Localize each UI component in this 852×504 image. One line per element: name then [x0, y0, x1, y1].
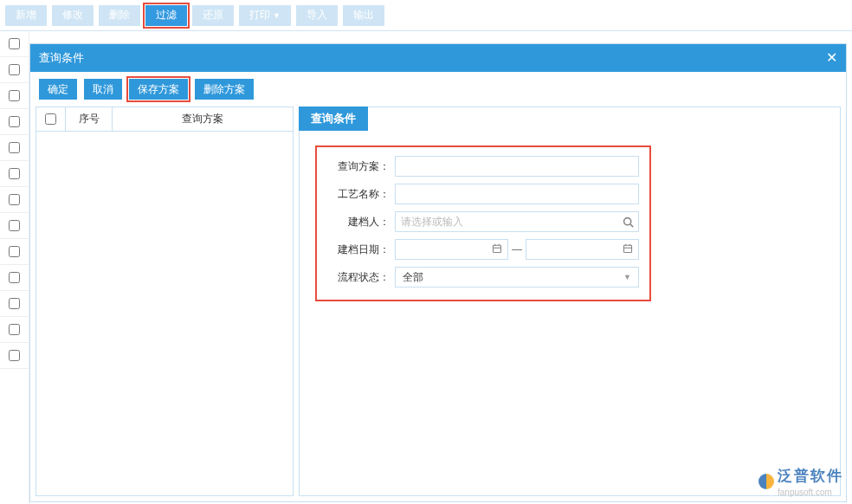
- calendar-icon: [492, 243, 502, 256]
- checkbox-row: [0, 213, 29, 239]
- checkbox-row: [0, 31, 29, 57]
- date-range: —: [395, 239, 639, 260]
- calendar-icon: [623, 243, 633, 256]
- createdate-label: 建档日期：: [327, 242, 390, 257]
- query-form-panel: 查询条件 查询方案： 工艺名称： 建档人：: [299, 107, 841, 496]
- checkbox-row: [0, 239, 29, 265]
- checkbox-row: [0, 109, 29, 135]
- svg-rect-2: [494, 245, 501, 252]
- ok-button[interactable]: 确定: [39, 79, 77, 100]
- row-checkbox[interactable]: [9, 350, 20, 361]
- row-checkbox[interactable]: [9, 324, 20, 335]
- checkbox-row: [0, 83, 29, 109]
- row-checkbox[interactable]: [9, 272, 20, 283]
- row-checkbox[interactable]: [9, 168, 20, 179]
- row-checkbox[interactable]: [9, 194, 20, 205]
- checkbox-row: [0, 187, 29, 213]
- plan-input[interactable]: [395, 156, 639, 177]
- import-button[interactable]: 导入: [296, 5, 338, 26]
- dialog-title: 查询条件: [39, 50, 84, 66]
- plan-label: 查询方案：: [327, 159, 390, 174]
- row-checkbox[interactable]: [9, 246, 20, 257]
- top-toolbar: 新增 修改 删除 过滤 还原 打印 ▼ 导入 输出: [0, 0, 852, 31]
- delete-button[interactable]: 删除: [99, 5, 140, 26]
- left-checkbox-column: [0, 31, 29, 504]
- flowstatus-select[interactable]: 全部 ▼: [395, 267, 639, 288]
- dialog-toolbar: 确定 取消 保存方案 删除方案: [30, 72, 846, 107]
- search-icon[interactable]: [617, 216, 638, 228]
- procname-input[interactable]: [395, 184, 639, 204]
- caret-down-icon: ▼: [273, 11, 281, 20]
- query-dialog: 查询条件 ✕ 确定 取消 保存方案 删除方案 序号 查询方案 查询条件 查询方案…: [29, 43, 847, 502]
- checkbox-row: [0, 317, 29, 343]
- brand-domain: fanpusoft.com: [778, 488, 843, 497]
- checkbox-row: [0, 135, 29, 161]
- row-checkbox[interactable]: [9, 38, 20, 49]
- new-button[interactable]: 新增: [5, 5, 47, 26]
- save-plan-button[interactable]: 保存方案: [129, 79, 188, 100]
- delete-plan-button[interactable]: 删除方案: [195, 79, 254, 100]
- procname-label: 工艺名称：: [327, 187, 390, 202]
- select-all-checkbox[interactable]: [45, 113, 56, 125]
- flowstatus-value: 全部: [403, 270, 423, 285]
- print-button[interactable]: 打印 ▼: [239, 5, 291, 26]
- creator-input[interactable]: [396, 212, 617, 231]
- close-icon[interactable]: ✕: [826, 51, 837, 65]
- svg-point-0: [623, 217, 630, 224]
- dialog-body: 序号 查询方案 查询条件 查询方案： 工艺名称： 建档人：: [30, 107, 846, 501]
- print-label: 打印: [249, 8, 270, 23]
- row-checkbox[interactable]: [9, 220, 20, 231]
- brand-logo-icon: [758, 474, 774, 489]
- svg-rect-6: [624, 245, 632, 252]
- row-checkbox[interactable]: [9, 90, 20, 101]
- checkbox-row: [0, 161, 29, 187]
- date-separator: —: [512, 243, 522, 255]
- plan-table-header: 序号 查询方案: [36, 107, 293, 132]
- row-checkbox[interactable]: [9, 116, 20, 127]
- form-highlight-area: 查询方案： 工艺名称： 建档人：: [315, 145, 651, 301]
- date-to-input[interactable]: [526, 239, 639, 260]
- dialog-header: 查询条件 ✕: [30, 44, 846, 72]
- flowstatus-label: 流程状态：: [327, 270, 390, 285]
- checkbox-row: [0, 343, 29, 369]
- chevron-down-icon: ▼: [623, 273, 631, 281]
- restore-button[interactable]: 还原: [192, 5, 234, 26]
- checkbox-row: [0, 291, 29, 317]
- plan-header: 查询方案: [113, 107, 293, 131]
- row-checkbox[interactable]: [9, 298, 20, 309]
- checkbox-row: [0, 57, 29, 83]
- form-panel-title: 查询条件: [299, 107, 368, 131]
- edit-button[interactable]: 修改: [52, 5, 94, 26]
- watermark: 泛普软件 fanpusoft.com: [758, 466, 843, 497]
- svg-line-1: [629, 223, 632, 226]
- row-checkbox[interactable]: [9, 64, 20, 75]
- export-button[interactable]: 输出: [343, 5, 384, 26]
- filter-button[interactable]: 过滤: [145, 5, 187, 26]
- creator-label: 建档人：: [327, 215, 390, 229]
- brand-name: 泛普软件: [778, 466, 843, 486]
- checkbox-row: [0, 265, 29, 291]
- creator-input-wrap: [395, 211, 639, 232]
- seq-header: 序号: [66, 107, 113, 131]
- date-from-input[interactable]: [395, 239, 508, 260]
- cancel-button[interactable]: 取消: [84, 79, 122, 100]
- plan-list-panel: 序号 查询方案: [36, 107, 294, 496]
- row-checkbox[interactable]: [9, 142, 20, 153]
